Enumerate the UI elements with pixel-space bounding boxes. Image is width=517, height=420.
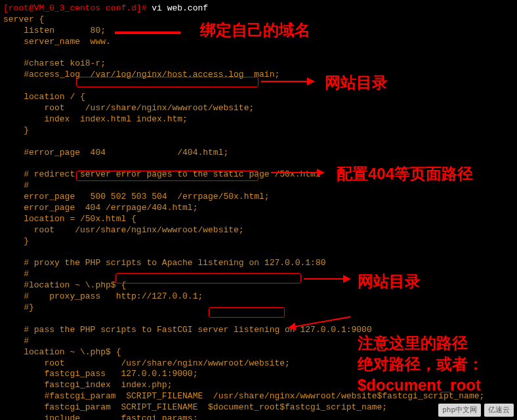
config-line: root /usr/share/nginx/wwwroot/website; xyxy=(3,358,290,368)
arrow-icon xyxy=(261,81,314,82)
config-line: root /usr/share/nginx/wwwroot/website; xyxy=(3,103,254,113)
config-line: fastcgi_index index.php; xyxy=(3,380,172,390)
config-line: server { xyxy=(3,14,44,24)
config-line: index index.html index.htm; xyxy=(3,114,188,124)
config-line: # proxy the PHP scripts to Apache listen… xyxy=(3,258,325,268)
phpcn-logo: php中文网 xyxy=(438,404,481,417)
annotation-error-path: 配置404等页面路径 xyxy=(337,163,473,184)
annotation-web-dir2: 网站目录 xyxy=(358,271,421,291)
redaction-strike xyxy=(115,32,180,34)
config-line: location / { xyxy=(3,92,85,102)
annotation-path-note2: 绝对路径，或者： xyxy=(358,354,484,374)
highlight-box-docroot xyxy=(209,307,285,318)
config-line: #} xyxy=(3,303,34,312)
command-text: vi web.conf xyxy=(152,3,208,13)
config-line: listen 80; xyxy=(3,26,106,35)
config-line: server_name www. xyxy=(3,37,111,47)
annotation-bind-domain: 绑定自己的域名 xyxy=(200,20,310,40)
config-line: location ~ \.php$ { xyxy=(3,347,121,357)
config-line: } xyxy=(3,125,29,135)
config-line: } xyxy=(3,236,29,246)
highlight-box-root2 xyxy=(76,171,258,181)
watermark-area: php中文网 亿速云 xyxy=(438,404,514,417)
arrow-icon xyxy=(271,172,323,173)
annotation-path-note3: $document_root xyxy=(358,375,481,395)
config-line: # xyxy=(3,336,29,346)
config-line: fastcgi_param SCRIPT_FILENAME $document_… xyxy=(3,402,387,412)
config-line: #charset koi8-r; xyxy=(3,58,106,68)
config-line: include fastcgi_params; xyxy=(3,413,197,420)
config-line: fastcgi_pass 127.0.0.1:9000; xyxy=(3,369,197,379)
annotation-web-dir1: 网站目录 xyxy=(325,72,388,93)
highlight-box-root3 xyxy=(115,273,301,284)
config-line: root /usr/share/nginx/wwwroot/website; xyxy=(3,225,244,235)
config-line: error_page 500 502 503 504 /errpage/50x.… xyxy=(3,192,270,201)
annotation-path-note1: 注意这里的路径 xyxy=(358,333,468,353)
yiyun-logo: 亿速云 xyxy=(484,404,514,417)
config-line: # proxy_pass http://127.0.0.1; xyxy=(3,291,203,301)
config-line: location = /50x.html { xyxy=(3,214,136,224)
config-line: error_page 404 /errpage/404.html; xyxy=(3,203,197,213)
highlight-box-root1 xyxy=(76,77,258,87)
shell-prompt: [root@VM_0_3_centos conf.d]# xyxy=(3,3,152,13)
config-line: #error_page 404 /404.html; xyxy=(3,148,228,158)
config-line: # pass the PHP scripts to FastCGI server… xyxy=(3,325,372,335)
config-line: # xyxy=(3,180,29,190)
arrow-icon xyxy=(304,278,350,280)
config-line: #location ~ \.php$ { xyxy=(3,280,126,290)
config-line: # xyxy=(3,269,29,279)
